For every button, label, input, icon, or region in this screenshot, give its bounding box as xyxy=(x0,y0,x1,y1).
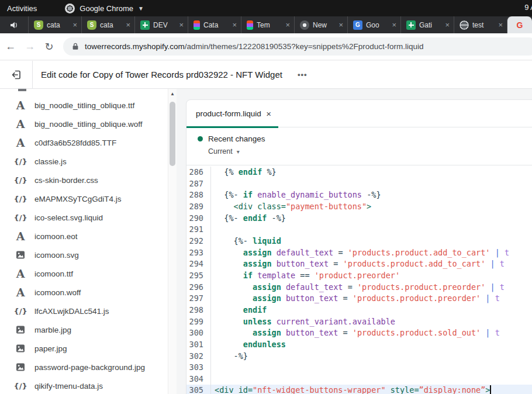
code-file-icon: {/} xyxy=(14,213,27,222)
tab-close-icon[interactable]: × xyxy=(285,21,290,29)
file-item[interactable]: Aicomoon.eot xyxy=(0,227,168,246)
clock[interactable]: 9 A xyxy=(524,3,532,12)
file-item[interactable]: {/}cs-skin-border.css xyxy=(0,171,168,189)
browser-tab[interactable]: New× xyxy=(294,16,347,33)
version-dropdown[interactable]: Current ▾ xyxy=(208,147,532,155)
code-line[interactable]: 299 unless current_variant.available xyxy=(186,316,532,328)
file-item[interactable]: Abig_noodle_titling_oblique.woff xyxy=(0,115,168,133)
file-item[interactable]: icomoon.svg xyxy=(0,246,168,264)
tab-title: Gati xyxy=(419,21,441,29)
code-text: <div id="nft-widget-buttons-wrapper" sty… xyxy=(211,385,491,394)
recent-changes-bar: Recent changes Current ▾ xyxy=(186,127,532,165)
code-line[interactable]: 290 {%- endif -%} xyxy=(186,213,532,224)
google-icon: G xyxy=(515,20,524,30)
browser-tab[interactable]: Scata× xyxy=(28,16,81,33)
code-line[interactable]: 300 assign button_text = 'products.produ… xyxy=(186,327,532,339)
browser-tab[interactable]: test× xyxy=(454,16,507,33)
image-file-icon xyxy=(14,250,27,260)
editor-tab-product-form[interactable]: product-form.liquid × xyxy=(186,100,278,127)
circle-icon xyxy=(300,20,309,30)
browser-tab[interactable]: Tem× xyxy=(241,16,294,33)
tab-close-icon[interactable]: × xyxy=(498,21,503,29)
tab-close-icon[interactable]: × xyxy=(179,21,184,29)
code-text: unless current_variant.available xyxy=(211,316,395,328)
code-line[interactable]: 296 assign default_text = 'products.prod… xyxy=(186,282,532,293)
file-item[interactable]: Abig_noodle_titling_oblique.ttf xyxy=(0,96,168,115)
back-button[interactable]: ← xyxy=(2,40,19,53)
tab-close-icon[interactable]: × xyxy=(232,21,237,29)
code-line[interactable]: 295 if template == 'product.preorder' xyxy=(186,270,532,282)
scrollbar-thumb[interactable] xyxy=(170,102,175,166)
code-text: assign button_text = 'products.product.s… xyxy=(211,327,500,339)
browser-tab[interactable]: Cata× xyxy=(188,16,241,33)
code-line[interactable]: 287 xyxy=(186,178,532,190)
file-item[interactable]: Aicomoon.ttf xyxy=(0,264,168,283)
tab-close-icon[interactable]: × xyxy=(126,21,130,29)
code-line[interactable]: 294 assign button_text = 'products.produ… xyxy=(186,258,532,270)
sidebar-scrollbar[interactable]: ▲ xyxy=(168,89,177,394)
more-actions-button[interactable]: ••• xyxy=(298,70,308,79)
line-number: 298 xyxy=(186,305,211,316)
file-name: paper.jpg xyxy=(34,344,67,353)
file-item[interactable]: password-page-background.jpg xyxy=(0,358,168,376)
tab-close-icon[interactable]: × xyxy=(392,21,396,29)
forward-button[interactable]: → xyxy=(21,40,39,53)
code-line[interactable]: 288 {%- if enable_dynamic_buttons -%} xyxy=(186,189,532,201)
tab-title: test xyxy=(472,21,495,29)
code-line[interactable]: 289 <div class="payment-buttons"> xyxy=(186,201,532,213)
browser-tab[interactable]: DEV× xyxy=(134,16,188,33)
code-line[interactable]: 305<div id="nft-widget-buttons-wrapper" … xyxy=(186,385,532,394)
activities-button[interactable]: Activities xyxy=(7,4,37,13)
font-file-icon: A xyxy=(14,136,27,149)
code-text: endif xyxy=(211,305,267,316)
file-item[interactable]: Aicomoon.woff xyxy=(0,283,168,302)
file-name: password-page-background.jpg xyxy=(34,363,145,372)
browser-tab[interactable]: Scata× xyxy=(81,16,134,33)
file-item[interactable]: {/}eMAPMXSyTCgGdiT4.js xyxy=(0,189,168,208)
sheets-icon xyxy=(140,20,150,30)
code-area[interactable]: 286 {% endif %}287288 {%- if enable_dyna… xyxy=(186,165,532,394)
code-file-icon: {/} xyxy=(14,195,27,203)
tab-title: New xyxy=(313,21,335,29)
code-line[interactable]: 302 -%} xyxy=(186,351,532,362)
line-number: 287 xyxy=(186,178,211,190)
font-file-icon: A xyxy=(14,267,27,280)
exit-code-editor-button[interactable] xyxy=(0,61,33,88)
browser-tab[interactable]: Gati× xyxy=(400,16,454,33)
code-line[interactable]: 298 endif xyxy=(186,305,532,316)
tab-audio-indicator[interactable] xyxy=(0,16,28,33)
code-line[interactable]: 286 {% endif %} xyxy=(186,167,532,178)
code-line[interactable]: 292 {%- liquid xyxy=(186,236,532,247)
reload-button[interactable]: ↻ xyxy=(40,40,58,53)
file-item[interactable]: marble.jpg xyxy=(0,320,168,339)
code-line[interactable]: 297 assign button_text = 'products.produ… xyxy=(186,293,532,305)
code-line[interactable]: 304 xyxy=(186,374,532,385)
app-menu[interactable]: Google Chrome ▼ xyxy=(65,4,144,13)
code-file-icon: {/} xyxy=(14,157,27,166)
browser-tab[interactable]: G xyxy=(507,16,532,33)
code-line[interactable]: 293 assign default_text = 'products.prod… xyxy=(186,247,532,259)
file-name: icomoon.woff xyxy=(34,288,81,297)
file-name: icomoon.eot xyxy=(34,232,78,241)
code-line[interactable]: 303 xyxy=(186,362,532,374)
tab-close-icon[interactable]: × xyxy=(445,21,450,29)
shopify-icon: S xyxy=(34,20,43,30)
code-line[interactable]: 291 xyxy=(186,224,532,236)
file-item[interactable]: paper.jpg xyxy=(0,339,168,358)
address-bar[interactable]: towerrecords.myshopify.com/admin/themes/… xyxy=(63,37,532,56)
close-icon[interactable]: × xyxy=(266,109,271,119)
tab-title: cata xyxy=(100,21,122,29)
tab-title: Cata xyxy=(203,21,229,29)
file-item[interactable]: {/}qikify-tmenu-data.js xyxy=(0,376,168,394)
scroll-up-icon[interactable]: ▲ xyxy=(168,91,177,96)
file-item[interactable]: {/}classie.js xyxy=(0,152,168,171)
file-item[interactable]: {/}lfcAXLwjkDALc541.js xyxy=(0,302,168,320)
tab-close-icon[interactable]: × xyxy=(72,21,77,29)
file-item[interactable]: Ac0df3a6b528fdd85.TTF xyxy=(0,133,168,152)
text-cursor xyxy=(490,385,491,394)
tab-close-icon[interactable]: × xyxy=(338,21,343,29)
browser-tab[interactable]: GGoo× xyxy=(347,16,400,33)
chevron-down-icon: ▾ xyxy=(237,148,240,155)
file-item[interactable]: {/}ico-select.svg.liquid xyxy=(0,208,168,227)
code-line[interactable]: 301 endunless xyxy=(186,339,532,351)
